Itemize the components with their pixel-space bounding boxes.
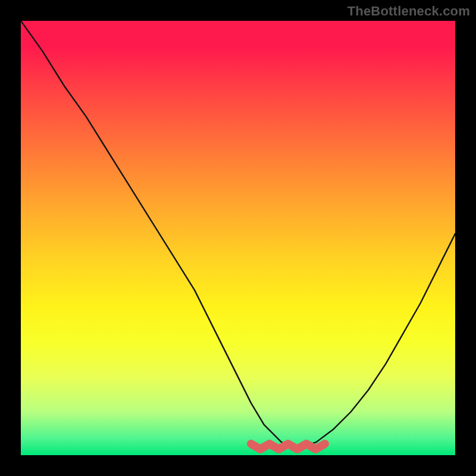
watermark-text: TheBottleneck.com <box>347 4 470 19</box>
trough-highlight <box>251 444 325 449</box>
curve-svg <box>21 21 455 455</box>
chart-frame: TheBottleneck.com <box>0 0 476 476</box>
plot-area <box>21 21 455 455</box>
bottleneck-curve <box>21 21 455 446</box>
